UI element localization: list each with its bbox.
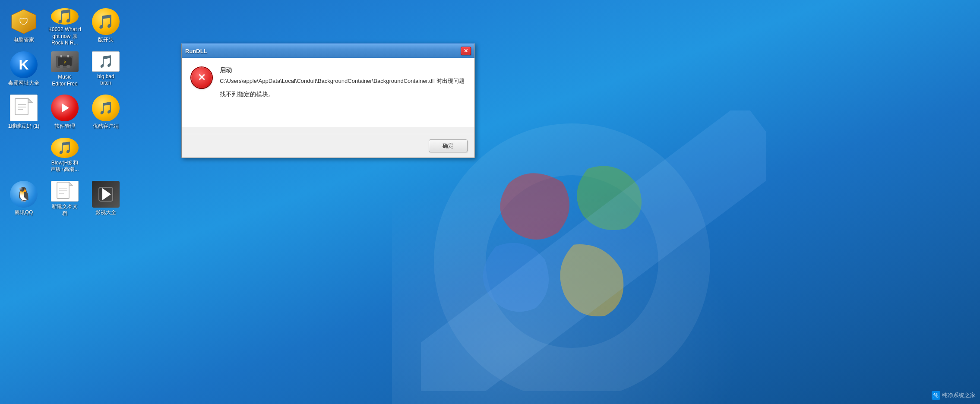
icon-label-youku: 软件管理 <box>54 123 75 130</box>
icon-newdoc[interactable]: 新建文本文 档 <box>45 179 84 218</box>
dialog-path: C:\Users\apple\AppData\Local\Conduit\Bac… <box>220 77 466 85</box>
svg-point-6 <box>60 65 63 68</box>
dialog-error-icon-area <box>190 66 213 127</box>
icon-label-k0002: K0002 What right now 原 Rock N R... <box>47 26 82 47</box>
icon-music-editor[interactable]: ♪ Music Editor Free <box>45 50 84 88</box>
icon-label-yuanban: 版开头 <box>98 37 114 44</box>
dialog-error-message: 找不到指定的模块。 <box>220 91 466 98</box>
dialog-footer: 确定 <box>182 134 474 158</box>
svg-rect-9 <box>67 55 69 57</box>
svg-marker-24 <box>102 188 111 200</box>
watermark: 纯 纯净系统之家 <box>932 391 976 400</box>
desktop: 🛡 电脑管家 🎵 K0002 What right now 原 Rock N R… <box>0 0 980 404</box>
icon-qq[interactable]: 🐧 腾讯QQ <box>4 179 43 218</box>
svg-text:♪: ♪ <box>63 58 66 65</box>
icon-diannaoganjia[interactable]: 🛡 电脑管家 <box>4 6 43 45</box>
icon-yuanban[interactable]: 🎵 版开头 <box>86 6 125 45</box>
desktop-glow <box>392 145 781 404</box>
watermark-icon: 纯 <box>932 391 940 400</box>
dialog-overlay: RunDLL ✕ 启动 C:\Users\apple\AppData\Local… <box>0 0 980 404</box>
watermark-text: 纯净系统之家 <box>942 391 976 399</box>
svg-point-0 <box>460 149 684 374</box>
svg-line-1 <box>421 132 766 391</box>
icon-blow[interactable]: 🎵 Blow(H多和 声版+高潮... <box>45 136 84 175</box>
svg-text:🛡: 🛡 <box>19 16 28 27</box>
desktop-icons-area: 🛡 电脑管家 🎵 K0002 What right now 原 Rock N R… <box>4 6 127 222</box>
icon-duwang[interactable]: K 毒霸网址大全 <box>4 50 43 88</box>
dialog-title: RunDLL <box>185 48 207 54</box>
icon-label-blow: Blow(H多和 声版+高潮... <box>51 160 79 173</box>
icon-video[interactable]: 影视大全 <box>86 179 125 218</box>
svg-rect-8 <box>60 55 62 57</box>
svg-point-7 <box>66 65 70 68</box>
icon-label-newdoc: 新建文本文 档 <box>52 203 78 217</box>
icon-label-software: 1维维豆奶 (1) <box>8 123 40 130</box>
icon-label-diannaoganjia: 电脑管家 <box>13 37 34 44</box>
icon-label-milk: 优酷客户端 <box>93 123 119 130</box>
icon-software[interactable]: 1维维豆奶 (1) <box>4 93 43 132</box>
icon-label-qq: 腾讯QQ <box>15 209 33 216</box>
dialog-titlebar: RunDLL ✕ <box>182 44 474 58</box>
rundll-dialog[interactable]: RunDLL ✕ 启动 C:\Users\apple\AppData\Local… <box>181 43 475 158</box>
icon-k0002[interactable]: 🎵 K0002 What right now 原 Rock N R... <box>45 6 84 45</box>
icon-label-bigbad: big bad bitch <box>97 73 114 87</box>
dialog-content-area: 启动 C:\Users\apple\AppData\Local\Conduit\… <box>220 66 466 127</box>
icon-label-video: 影视大全 <box>95 209 116 216</box>
error-icon <box>191 67 212 88</box>
error-icon-border <box>190 66 213 89</box>
icon-milk[interactable]: 🎵 优酷客户端 <box>86 93 125 132</box>
icon-youku[interactable]: 软件管理 <box>45 93 84 132</box>
icon-bigbad[interactable]: 🎵 big bad bitch <box>86 50 125 88</box>
svg-marker-17 <box>62 104 69 112</box>
icon-label-duwang: 毒霸网址大全 <box>8 80 39 87</box>
dialog-action-label: 启动 <box>220 66 466 74</box>
dialog-body: 启动 C:\Users\apple\AppData\Local\Conduit\… <box>182 58 474 127</box>
icon-label-music-editor: Music Editor Free <box>52 74 77 87</box>
dialog-close-button[interactable]: ✕ <box>461 47 471 55</box>
dialog-ok-button[interactable]: 确定 <box>429 139 468 152</box>
